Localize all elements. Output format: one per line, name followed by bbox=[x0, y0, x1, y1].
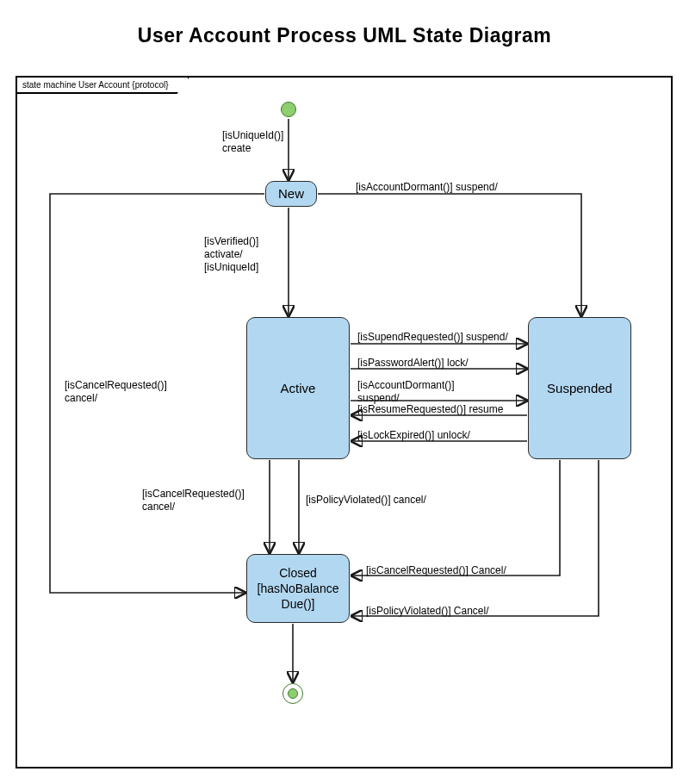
initial-state-icon bbox=[281, 102, 296, 117]
label-suspended-to-active2: [isLockExpired()] unlock/ bbox=[357, 429, 470, 442]
label-initial-to-new: [isUniqueId()] create bbox=[222, 129, 283, 155]
state-new-label: New bbox=[278, 185, 304, 202]
label-active-to-suspended1: [isSupendRequested()] suspend/ bbox=[357, 331, 508, 344]
label-active-to-closed1: [isCancelRequested()] cancel/ bbox=[142, 488, 245, 513]
label-suspended-to-closed2: [isPolicyViolated()] Cancel/ bbox=[366, 605, 489, 618]
state-suspended: Suspended bbox=[528, 317, 631, 459]
label-new-to-active: [isVerified()] activate/ [isUniqueId] bbox=[204, 235, 258, 274]
label-suspended-to-closed1: [isCancelRequested()] Cancel/ bbox=[366, 564, 506, 577]
final-state-icon bbox=[282, 683, 303, 704]
label-new-to-suspended: [isAccountDormant()] suspend/ bbox=[356, 181, 498, 194]
label-active-to-suspended2: [isPasswordAlert()] lock/ bbox=[357, 357, 469, 370]
state-active: Active bbox=[246, 317, 350, 459]
label-active-to-closed2: [isPolicyViolated()] cancel/ bbox=[306, 494, 426, 507]
label-new-to-closed: [isCancelRequested()] cancel/ bbox=[65, 379, 167, 405]
state-new: New bbox=[265, 181, 317, 207]
state-suspended-label: Suspended bbox=[547, 380, 612, 397]
diagram-title: User Account Process UML State Diagram bbox=[0, 0, 689, 47]
label-active-to-suspended3: [isAccountDormant()] suspend/ bbox=[357, 379, 455, 405]
state-closed: Closed [hasNoBalance Due()] bbox=[246, 554, 350, 623]
state-active-label: Active bbox=[281, 380, 316, 397]
state-closed-label: Closed [hasNoBalance Due()] bbox=[247, 565, 349, 613]
frame-label: state machine User Account {protocol} bbox=[17, 78, 189, 94]
label-suspended-to-active1: [isResumeRequested()] resume bbox=[357, 403, 503, 416]
